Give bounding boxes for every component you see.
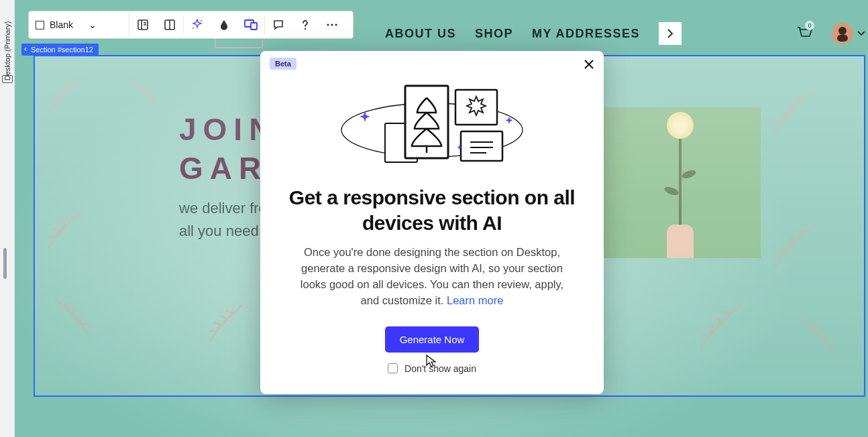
responsive-ai-modal: Beta <box>260 51 604 394</box>
beta-badge: Beta <box>270 58 296 70</box>
dont-show-checkbox[interactable] <box>388 363 398 373</box>
close-icon <box>584 59 594 70</box>
generate-now-button[interactable]: Generate Now <box>385 326 480 353</box>
modal-body: Once you're done designing the section o… <box>290 245 574 309</box>
modal-illustration <box>280 78 584 178</box>
modal-backdrop: Beta <box>0 0 868 437</box>
modal-title: Get a responsive section on all devices … <box>287 185 577 235</box>
close-button[interactable] <box>584 58 594 72</box>
dont-show-label: Don't show again <box>404 363 476 374</box>
svg-rect-19 <box>461 131 502 161</box>
learn-more-link[interactable]: Learn more <box>447 294 503 306</box>
dont-show-again-row[interactable]: Don't show again <box>280 363 584 374</box>
